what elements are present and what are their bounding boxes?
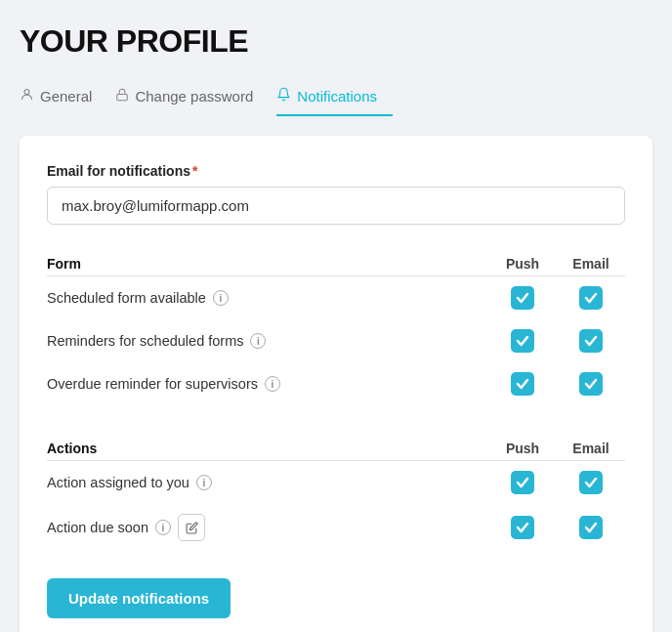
table-row: Overdue reminder for supervisors i — [47, 362, 625, 405]
tab-notifications[interactable]: Notifications — [276, 79, 393, 116]
tab-general-label: General — [40, 88, 92, 105]
table-row: Reminders for scheduled forms i — [47, 319, 625, 362]
email-checkbox-4[interactable] — [579, 471, 603, 494]
push-checkbox-4[interactable] — [511, 471, 534, 494]
actions-section-header: Actions — [47, 433, 488, 461]
actions-table: Actions Push Email Action assigned to yo… — [47, 433, 625, 551]
email-checkbox-3[interactable] — [579, 372, 603, 396]
row-label: Action due soon i — [47, 514, 488, 541]
table-row: Scheduled form available i — [47, 276, 625, 320]
info-icon[interactable]: i — [213, 290, 229, 306]
email-input[interactable] — [47, 187, 625, 225]
lock-icon — [115, 88, 129, 105]
push-checkbox-1[interactable] — [511, 286, 534, 310]
page-container: YOUR PROFILE General Change password Not… — [20, 23, 652, 632]
email-label: Email for notifications* — [47, 163, 625, 179]
form-section-header: Form — [47, 248, 488, 276]
email-checkbox-1[interactable] — [579, 286, 603, 310]
email-checkbox-5[interactable] — [579, 516, 603, 539]
push-checkbox-5[interactable] — [511, 516, 534, 539]
svg-rect-1 — [117, 94, 128, 100]
update-notifications-button[interactable]: Update notifications — [47, 578, 231, 618]
info-icon[interactable]: i — [250, 333, 266, 349]
form-email-header: Email — [557, 248, 625, 276]
tab-general[interactable]: General — [20, 79, 107, 116]
tab-bar: General Change password Notifications — [20, 79, 652, 116]
actions-email-header: Email — [557, 433, 625, 461]
info-icon[interactable]: i — [155, 520, 171, 535]
actions-push-header: Push — [488, 433, 557, 461]
form-table: Form Push Email Scheduled form available… — [47, 248, 625, 405]
row-label: Scheduled form available i — [47, 290, 488, 306]
push-checkbox-3[interactable] — [511, 372, 534, 396]
row-label: Overdue reminder for supervisors i — [47, 376, 488, 392]
table-row: Action due soon i — [47, 504, 625, 551]
bell-icon — [276, 87, 291, 105]
table-row: Action assigned to you i — [47, 461, 625, 505]
edit-icon[interactable] — [178, 514, 205, 541]
tab-notifications-label: Notifications — [297, 88, 377, 105]
push-checkbox-2[interactable] — [511, 329, 534, 353]
tab-change-password[interactable]: Change password — [115, 79, 269, 116]
row-label: Action assigned to you i — [47, 475, 488, 490]
svg-point-0 — [24, 90, 29, 95]
page-title: YOUR PROFILE — [20, 23, 652, 60]
notifications-card: Email for notifications* Form Push Email… — [20, 136, 652, 632]
email-checkbox-2[interactable] — [579, 329, 603, 353]
form-push-header: Push — [488, 248, 557, 276]
info-icon[interactable]: i — [196, 475, 212, 490]
user-icon — [20, 87, 34, 105]
tab-change-password-label: Change password — [135, 88, 253, 105]
required-marker: * — [192, 163, 197, 179]
row-label: Reminders for scheduled forms i — [47, 333, 488, 349]
info-icon[interactable]: i — [265, 376, 280, 392]
